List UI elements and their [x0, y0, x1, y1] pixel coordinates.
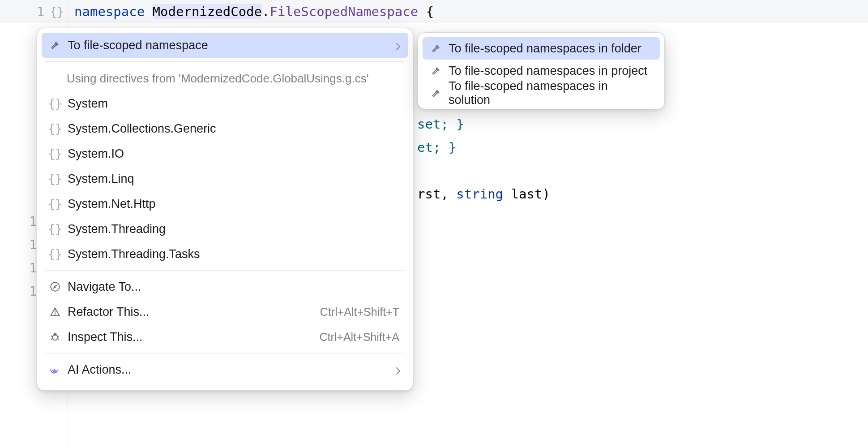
hammer-icon [430, 42, 442, 55]
dot: . [262, 4, 269, 19]
namespace-part-1[interactable]: ModernizedCode [153, 4, 262, 19]
braces-icon: {} [49, 223, 61, 235]
menu-item-using[interactable]: {}System.Threading.Tasks [42, 241, 408, 267]
hammer-icon [430, 87, 442, 99]
triangle-icon [49, 306, 61, 318]
menu-item-label: System.IO [68, 147, 399, 161]
menu-item-to-file-scoped[interactable]: To file-scoped namespace [42, 33, 408, 58]
chevron-right-icon [394, 363, 399, 377]
chevron-right-icon [394, 39, 399, 52]
menu-item-label: System [68, 97, 399, 111]
menu-separator [45, 353, 405, 353]
submenu-item[interactable]: To file-scoped namespaces in solution [423, 82, 660, 104]
menu-item-label: System.Linq [68, 172, 399, 186]
bug-icon [49, 331, 61, 343]
menu-item-shortcut: Ctrl+Alt+Shift+T [320, 306, 399, 319]
menu-item-using[interactable]: {}System [42, 91, 408, 116]
menu-separator [45, 61, 405, 62]
menu-section-header: Using directives from 'ModernizedCode.Gl… [42, 65, 408, 91]
submenu-item-label: To file-scoped namespaces in project [449, 64, 651, 78]
spiral-icon [49, 363, 61, 376]
menu-item-inspect-this[interactable]: Inspect This...Ctrl+Alt+Shift+A [42, 324, 408, 349]
code-fragment-method: rst, string last) [417, 186, 550, 202]
braces-icon: {} [49, 147, 61, 160]
menu-item-using[interactable]: {}System.Linq [42, 166, 408, 191]
namespace-braces-icon: {} [51, 5, 63, 18]
menu-item-ai-actions[interactable]: AI Actions... [42, 357, 408, 382]
braces-icon: {} [49, 198, 61, 210]
submenu-item-label: To file-scoped namespaces in folder [449, 42, 651, 56]
menu-item-using[interactable]: {}System.Net.Http [42, 191, 408, 216]
braces-icon: {} [49, 172, 61, 185]
menu-item-label: System.Collections.Generic [68, 122, 399, 136]
menu-item-shortcut: Ctrl+Alt+Shift+A [319, 331, 399, 344]
menu-item-refactor-this[interactable]: Refactor This...Ctrl+Alt+Shift+T [42, 299, 408, 324]
keyword-namespace: namespace [74, 4, 145, 19]
menu-item-label: System.Net.Http [68, 197, 399, 211]
braces-icon: {} [49, 97, 61, 110]
code-line-1[interactable]: namespace ModernizedCode.FileScopedNames… [68, 0, 868, 23]
submenu-item-label: To file-scoped namespaces in solution [449, 79, 651, 107]
menu-item-navigate-to[interactable]: Navigate To... [42, 274, 408, 299]
svg-point-0 [51, 282, 60, 291]
menu-item-label: System.Threading.Tasks [68, 247, 399, 261]
menu-item-label: AI Actions... [68, 363, 388, 377]
braces-icon: {} [49, 122, 61, 135]
code-fragment-set2: et; } [417, 140, 456, 155]
line-number: 1 [25, 4, 44, 19]
braces-icon: {} [49, 248, 61, 260]
menu-item-label: To file-scoped namespace [68, 39, 388, 52]
menu-item-label: Refactor This... [68, 305, 314, 319]
menu-separator [45, 270, 405, 271]
menu-item-label: Inspect This... [68, 330, 313, 344]
menu-item-label: System.Threading [68, 222, 399, 236]
submenu-item[interactable]: To file-scoped namespaces in folder [423, 37, 660, 60]
hammer-icon [49, 39, 61, 52]
context-submenu: To file-scoped namespaces in folderTo fi… [418, 32, 665, 109]
namespace-part-2: FileScopedNamespace [270, 4, 419, 19]
open-brace: { [418, 4, 434, 19]
menu-item-using[interactable]: {}System.IO [42, 141, 408, 166]
code-fragment-set1: set; } [417, 116, 464, 132]
compass-icon [49, 280, 61, 293]
context-menu: To file-scoped namespaceUsing directives… [37, 28, 413, 391]
hammer-icon [430, 65, 442, 77]
menu-item-using[interactable]: {}System.Collections.Generic [42, 116, 408, 141]
gutter-row: 1{} [0, 0, 68, 23]
menu-item-label: Navigate To... [68, 280, 399, 294]
submenu-item[interactable]: To file-scoped namespaces in project [423, 60, 660, 82]
menu-item-using[interactable]: {}System.Threading [42, 216, 408, 241]
